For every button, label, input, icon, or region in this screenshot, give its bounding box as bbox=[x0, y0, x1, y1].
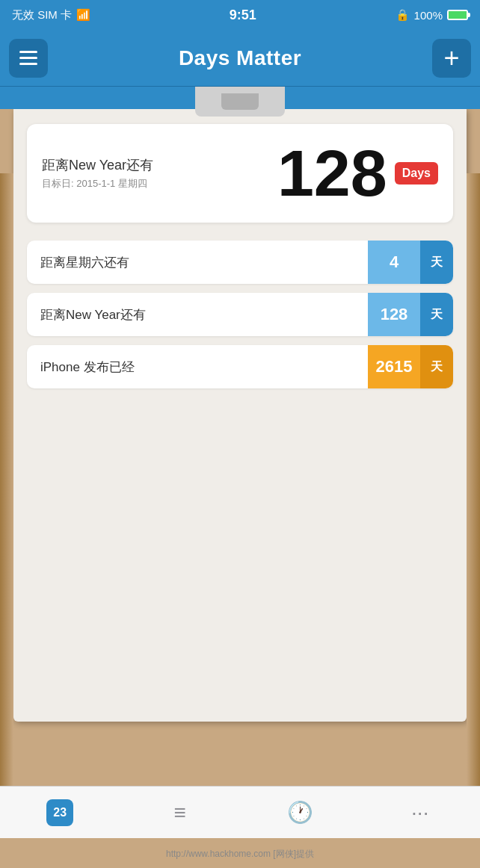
tab-more[interactable]: ··· bbox=[360, 787, 481, 838]
list-item-count: 4 bbox=[368, 241, 420, 284]
battery-icon bbox=[447, 10, 468, 20]
list-item[interactable]: 距离New Year还有 128 天 bbox=[27, 293, 453, 336]
list-item-unit: 天 bbox=[420, 293, 453, 336]
more-icon: ··· bbox=[411, 801, 428, 825]
days-badge: Days bbox=[395, 162, 438, 185]
footer-watermark: http://www.hackhome.com [网侠]提供 bbox=[0, 848, 480, 861]
status-left: 无效 SIM 卡 📶 bbox=[12, 8, 90, 22]
main-wrapper: 距离New Year还有 目标日: 2015-1-1 星期四 128 Days … bbox=[0, 87, 480, 868]
time-display: 9:51 bbox=[230, 7, 256, 23]
add-button[interactable]: + bbox=[432, 39, 471, 78]
feature-card-title: 距离New Year还有 bbox=[42, 156, 153, 174]
wifi-icon: 📶 bbox=[76, 8, 90, 22]
battery-pct: 100% bbox=[414, 9, 443, 22]
list-item-unit: 天 bbox=[420, 241, 453, 284]
carrier-label: 无效 SIM 卡 bbox=[12, 8, 72, 22]
feature-card-left: 距离New Year还有 目标日: 2015-1-1 星期四 bbox=[42, 156, 153, 190]
calendar-number: 23 bbox=[53, 806, 67, 819]
tab-calendar[interactable]: 23 bbox=[0, 787, 120, 838]
list-item-count: 128 bbox=[368, 293, 420, 336]
tab-list[interactable]: ≡ bbox=[120, 787, 241, 838]
wood-left bbox=[0, 173, 13, 786]
clip-inner bbox=[221, 93, 259, 110]
list-item-count: 2615 bbox=[368, 345, 420, 388]
clipboard-clip bbox=[195, 87, 285, 117]
tab-clock[interactable]: 🕐 bbox=[240, 787, 360, 838]
clock-icon: 🕐 bbox=[287, 800, 313, 825]
list-items: 距离星期六还有 4 天 距离New Year还有 128 天 iPhone 发布… bbox=[27, 241, 453, 388]
hamburger-icon bbox=[19, 57, 37, 59]
list-item[interactable]: iPhone 发布已经 2615 天 bbox=[27, 345, 453, 388]
feature-card-subtitle: 目标日: 2015-1-1 星期四 bbox=[42, 177, 153, 190]
list-item-label: 距离星期六还有 bbox=[27, 254, 368, 271]
feature-card[interactable]: 距离New Year还有 目标日: 2015-1-1 星期四 128 Days bbox=[27, 124, 453, 223]
status-bar: 无效 SIM 卡 📶 9:51 🔒 100% bbox=[0, 0, 480, 30]
menu-button[interactable] bbox=[9, 39, 48, 78]
paper-area: 距离New Year还有 目标日: 2015-1-1 星期四 128 Days … bbox=[13, 109, 467, 722]
app-header: Days Matter + bbox=[0, 30, 480, 87]
hamburger-icon bbox=[19, 63, 37, 65]
list-item[interactable]: 距离星期六还有 4 天 bbox=[27, 241, 453, 284]
list-item-label: iPhone 发布已经 bbox=[27, 359, 368, 376]
clip-area bbox=[0, 87, 480, 109]
hamburger-icon bbox=[19, 51, 37, 53]
list-item-unit: 天 bbox=[420, 345, 453, 388]
plus-icon: + bbox=[443, 45, 459, 72]
app-title: Days Matter bbox=[179, 46, 301, 70]
lock-icon: 🔒 bbox=[396, 8, 410, 22]
wood-right bbox=[467, 173, 480, 786]
calendar-icon: 23 bbox=[46, 799, 73, 826]
status-right: 🔒 100% bbox=[396, 8, 468, 22]
tab-bar: 23 ≡ 🕐 ··· bbox=[0, 786, 480, 838]
feature-card-number: 128 bbox=[277, 140, 387, 206]
feature-card-right: 128 Days bbox=[277, 140, 438, 206]
list-item-label: 距离New Year还有 bbox=[27, 306, 368, 323]
list-icon: ≡ bbox=[174, 801, 186, 825]
